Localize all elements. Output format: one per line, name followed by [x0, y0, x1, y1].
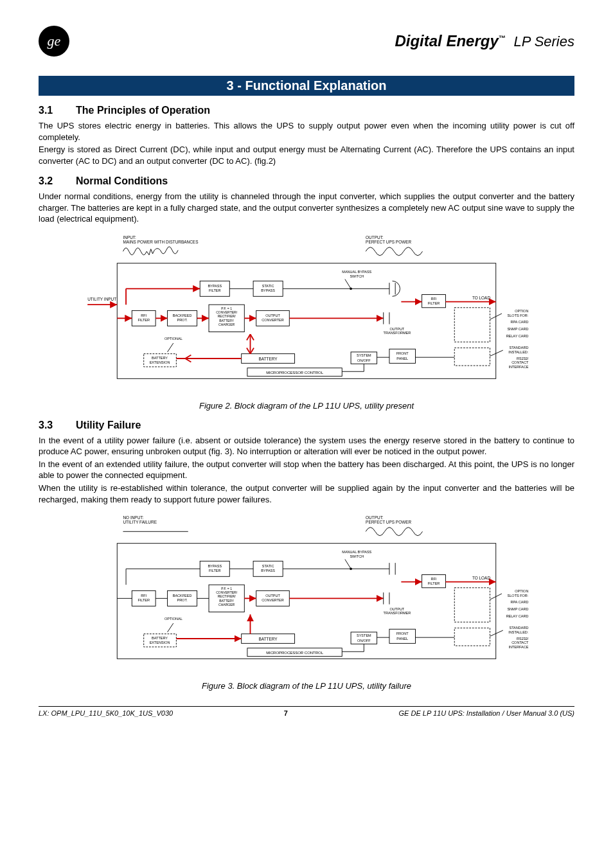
fig3-output-label2: PERFECT UPS POWER: [366, 520, 411, 524]
battery-label: BATTERY: [259, 357, 278, 361]
fig3-output-label1: OUTPUT:: [366, 515, 384, 520]
output-label1: OUTPUT:: [366, 235, 384, 240]
svg-text:P.F. = 1CONVERTER/RECTIFIER/BA: P.F. = 1CONVERTER/RECTIFIER/BATTERYCHARG…: [216, 587, 238, 607]
svg-line-43: [490, 350, 503, 356]
section-title: The Principles of Operation: [76, 105, 210, 116]
svg-rect-98: [454, 588, 490, 622]
rs232: RS232/CONTACTINTERFACE: [508, 357, 529, 369]
input-label1: INPUT:: [123, 235, 136, 240]
option-slots: OPTIONSLOTS FOR:: [508, 309, 529, 317]
svg-line-103: [490, 630, 503, 636]
backfeed: BACKFEEDPROT.: [173, 313, 192, 321]
svg-text:MICROPROCESSOR CONTROL: MICROPROCESSOR CONTROL: [266, 651, 324, 655]
optional-label: OPTIONAL: [164, 337, 182, 341]
ge-logo-icon: ge: [39, 26, 69, 57]
svg-text:RS232/CONTACTINTERFACE: RS232/CONTACTINTERFACE: [508, 637, 529, 649]
brand-title: Digital Energy™ LP Series: [395, 32, 574, 50]
to-load-label: TO LOAD: [472, 296, 490, 300]
output-label2: PERFECT UPS POWER: [366, 240, 411, 244]
series-name: LP Series: [513, 33, 574, 49]
svg-text:RFIFILTER: RFIFILTER: [428, 577, 440, 585]
converter: P.F. = 1CONVERTER/RECTIFIER/BATTERYCHARG…: [216, 306, 238, 326]
fig3-input-label2: UTILITY FAILURE: [123, 520, 157, 524]
chapter-title-bar: 3 - Functional Explanation: [39, 76, 574, 96]
section-title: Utility Failure: [76, 420, 141, 431]
footer-left: LX: OPM_LPU_11U_5K0_10K_1US_V030: [39, 709, 173, 717]
figure-2-caption: Figure 2. Block diagram of the LP 11U UP…: [39, 401, 574, 411]
output-transformer: OUTPUTTRANSFORMER: [384, 327, 411, 335]
figure-2-diagram: INPUT: MAINS POWER WITH DISTURBANCES OUT…: [39, 230, 574, 397]
svg-text:BATTERY: BATTERY: [259, 637, 278, 641]
svg-rect-0: [117, 263, 495, 379]
svg-line-77: [168, 623, 173, 632]
chapter-title: 3 - Functional Explanation: [227, 78, 387, 93]
svg-rect-44: [117, 544, 495, 659]
svg-text:OPTIONSLOTS FOR:: OPTIONSLOTS FOR:: [508, 589, 529, 597]
page-footer: LX: OPM_LPU_11U_5K0_10K_1US_V030 7 GE DE…: [39, 706, 574, 717]
svg-point-56: [350, 568, 352, 571]
s33-p1: In the event of a utility power failure …: [39, 435, 574, 457]
svg-text:BATTERYEXTENSION: BATTERYEXTENSION: [150, 636, 170, 644]
svg-line-22: [168, 343, 173, 352]
svg-text:STATICBYPASS: STATICBYPASS: [261, 564, 275, 572]
s31-p1: The UPS stores electric energy in batter…: [39, 120, 574, 143]
s33-p3: When the utility is re-established withi…: [39, 483, 574, 505]
relay-card: RELAY CARD: [506, 334, 529, 338]
section-3-2-heading: 3.2 Normal Conditions: [39, 175, 574, 187]
svg-line-55: [345, 560, 351, 569]
standard-installed: STANDARDINSTALLED:: [508, 346, 529, 353]
static-bypass: STATICBYPASS: [261, 283, 275, 292]
bypass-filter: BYPASSFILTER: [208, 283, 222, 292]
input-label2: MAINS POWER WITH DISTURBANCES: [123, 240, 198, 244]
section-3-3-heading: 3.3 Utility Failure: [39, 420, 574, 431]
svg-text:BACKFEEDPROT.: BACKFEEDPROT.: [173, 594, 192, 602]
svg-text:OUTPUTTRANSFORMER: OUTPUTTRANSFORMER: [384, 607, 411, 615]
svg-text:RPA CARD: RPA CARD: [511, 600, 529, 604]
micro-label: MICROPROCESSOR CONTROL: [266, 371, 324, 375]
svg-text:OPTIONAL: OPTIONAL: [164, 617, 182, 621]
svg-point-9: [350, 287, 352, 290]
manual-bypass: MANUAL BYPASSSWITCH: [342, 270, 371, 278]
s33-p2: In the event of an extended utility fail…: [39, 459, 574, 481]
svg-text:FRONTPANEL: FRONTPANEL: [396, 632, 409, 641]
svg-text:TO LOAD: TO LOAD: [472, 576, 490, 580]
s31-p2: Energy is stored as Direct Current (DC),…: [39, 144, 574, 166]
s32-p1: Under normal conditions, energy from the…: [39, 191, 574, 225]
utility-input-label: UTILITY INPUT: [87, 297, 116, 301]
footer-page-number: 7: [284, 709, 288, 717]
page-header: ge Digital Energy™ LP Series: [39, 26, 574, 57]
rfi-filter-in: RFIFILTER: [138, 313, 150, 321]
svg-text:SNMP CARD: SNMP CARD: [507, 607, 528, 611]
section-title: Normal Conditions: [76, 175, 168, 187]
svg-rect-101: [454, 628, 490, 646]
svg-text:MANUAL BYPASSSWITCH: MANUAL BYPASSSWITCH: [342, 550, 371, 558]
fig3-input-label1: NO INPUT:: [123, 515, 143, 520]
front-panel: FRONTPANEL: [396, 351, 409, 360]
svg-text:OUTPUTCONVERTER: OUTPUTCONVERTER: [262, 594, 284, 602]
battery-ext: BATTERYEXTENSION: [150, 356, 170, 364]
system-onoff: SYSTEMON/OFF: [357, 353, 371, 362]
section-number: 3.3: [39, 420, 58, 431]
rfi-filter-out: RFIFILTER: [428, 297, 440, 305]
snmp-card: SNMP CARD: [507, 327, 528, 331]
footer-right: GE DE LP 11U UPS: Installation / User Ma…: [399, 709, 574, 717]
rpa-card: RPA CARD: [511, 320, 529, 324]
figure-3-caption: Figure 3. Block diagram of the LP 11U UP…: [39, 681, 574, 691]
svg-rect-41: [454, 348, 490, 366]
svg-line-8: [345, 279, 351, 288]
section-3-1-heading: 3.1 The Principles of Operation: [39, 105, 574, 116]
svg-text:STANDARDINSTALLED:: STANDARDINSTALLED:: [508, 626, 529, 633]
svg-rect-40: [454, 308, 490, 342]
section-number: 3.1: [39, 105, 58, 116]
svg-text:RELAY CARD: RELAY CARD: [506, 614, 529, 618]
svg-text:SYSTEMON/OFF: SYSTEMON/OFF: [357, 633, 371, 642]
brand-name: Digital Energy: [395, 32, 498, 49]
svg-text:BYPASSFILTER: BYPASSFILTER: [208, 564, 222, 572]
svg-text:RFIFILTER: RFIFILTER: [138, 594, 150, 602]
output-converter: OUTPUTCONVERTER: [262, 313, 284, 321]
figure-3-diagram: NO INPUT: UTILITY FAILURE OUTPUT: PERFEC…: [39, 510, 574, 677]
trademark: ™: [499, 34, 506, 42]
section-number: 3.2: [39, 175, 58, 187]
